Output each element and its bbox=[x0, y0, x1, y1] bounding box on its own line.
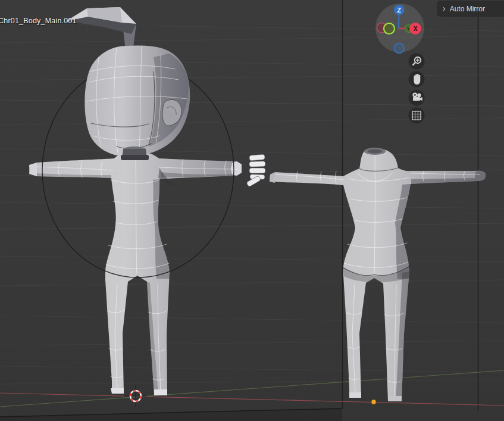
object-origin-dot bbox=[371, 400, 376, 404]
blender-3d-viewport[interactable]: Y X Z bbox=[0, 0, 504, 421]
hair-antenna bbox=[65, 7, 136, 51]
auto-mirror-panel-tab[interactable]: › Auto Mirror bbox=[437, 1, 504, 16]
camera-view-button[interactable] bbox=[409, 90, 425, 106]
character-model-front-head[interactable] bbox=[65, 7, 190, 160]
axis-lines bbox=[0, 370, 504, 407]
y-axis-line bbox=[0, 370, 504, 407]
zoom-button[interactable] bbox=[409, 54, 425, 70]
grid-toggle-button[interactable] bbox=[409, 108, 425, 124]
character-model-back[interactable] bbox=[270, 148, 486, 401]
3d-cursor bbox=[124, 385, 147, 407]
finger-meshes[interactable] bbox=[246, 154, 266, 187]
character-model-front-body[interactable] bbox=[29, 151, 265, 395]
panel-label: Auto Mirror bbox=[450, 5, 485, 13]
gizmo-x-label: X bbox=[414, 26, 418, 32]
grid-streaks bbox=[0, 24, 504, 384]
viewport-canvas[interactable] bbox=[0, 0, 504, 421]
navigation-gizmo[interactable]: Y X Z bbox=[370, 0, 430, 60]
active-object-name-label: Chr01_Body_Main.001 bbox=[0, 17, 77, 25]
pan-button[interactable] bbox=[409, 71, 425, 88]
x-axis-line bbox=[0, 393, 504, 406]
expand-chevron-icon: › bbox=[443, 4, 446, 13]
gizmo-minus-y-ball[interactable] bbox=[384, 23, 395, 34]
gizmo-x-ball[interactable]: X bbox=[409, 23, 421, 35]
gizmo-minus-z-ball[interactable] bbox=[394, 43, 404, 54]
hand-icon bbox=[414, 74, 421, 85]
gizmo-z-label: Z bbox=[397, 7, 401, 14]
viewport-controls bbox=[408, 53, 425, 124]
gizmo-z-ball[interactable]: Z bbox=[394, 5, 404, 15]
